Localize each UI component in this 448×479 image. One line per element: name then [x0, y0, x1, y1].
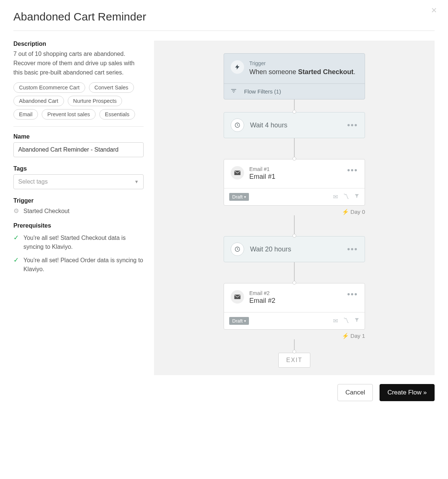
email-step-title: Email #1 — [249, 173, 275, 181]
description-text: 7 out of 10 shopping carts are abandoned… — [13, 50, 144, 77]
name-label: Name — [13, 133, 144, 140]
flow-filters-label: Flow Filters (1) — [244, 88, 281, 95]
more-icon[interactable]: ••• — [347, 120, 358, 130]
wait-card[interactable]: Wait 20 hours ••• — [224, 236, 365, 262]
connector — [294, 99, 295, 112]
tag-chip[interactable]: Nurture Prospects — [68, 96, 122, 106]
day-marker: ⚡Day 0 — [224, 209, 365, 215]
chevron-down-icon: ▾ — [244, 195, 246, 199]
connector — [294, 339, 295, 352]
funnel-icon[interactable] — [354, 193, 359, 200]
divider — [13, 126, 144, 127]
status-badge[interactable]: Draft ▾ — [229, 193, 249, 201]
connector — [294, 262, 295, 283]
status-badge[interactable]: Draft ▾ — [229, 317, 249, 325]
flow-canvas: Trigger When someone Started Checkout. F… — [154, 41, 435, 375]
wait-label: Wait 4 hours — [250, 121, 287, 129]
trigger-header: Trigger — [249, 60, 355, 66]
analytics-icon[interactable]: 〽︎ — [343, 317, 349, 324]
check-icon: ✓ — [13, 256, 19, 274]
connector — [294, 215, 295, 236]
email-step-title: Email #2 — [249, 297, 275, 305]
divider — [13, 31, 435, 31]
prerequisites-label: Prerequisites — [13, 222, 144, 229]
flow-name-input[interactable] — [13, 142, 144, 157]
trigger-card[interactable]: Trigger When someone Started Checkout. F… — [224, 53, 365, 99]
bolt-icon — [231, 60, 244, 74]
reply-icon[interactable]: ✉︎ — [333, 193, 338, 200]
tag-chip[interactable]: Abandoned Cart — [13, 96, 64, 106]
page-title: Abandoned Cart Reminder — [13, 10, 435, 23]
tag-chip[interactable]: Convert Sales — [89, 82, 134, 93]
gear-icon: ⚙ — [13, 207, 19, 215]
clock-icon — [231, 242, 244, 256]
connector — [294, 138, 295, 159]
exit-node: EXIT — [278, 353, 310, 368]
email-icon — [231, 166, 244, 180]
analytics-icon[interactable]: 〽︎ — [343, 193, 349, 200]
chevron-down-icon: ▼ — [134, 179, 139, 184]
tag-chip[interactable]: Email — [13, 109, 38, 120]
check-icon: ✓ — [13, 234, 19, 251]
svg-rect-4 — [234, 171, 241, 175]
description-label: Description — [13, 41, 144, 47]
tag-chip[interactable]: Custom Ecommerce Cart — [13, 82, 85, 93]
tag-chip[interactable]: Prevent lost sales — [42, 109, 95, 120]
tag-chip-row: Custom Ecommerce Cart Convert Sales Aban… — [13, 82, 144, 120]
svg-rect-6 — [234, 295, 241, 299]
tag-chip[interactable]: Essentials — [99, 109, 135, 120]
more-icon[interactable]: ••• — [347, 289, 358, 299]
funnel-icon[interactable] — [354, 317, 359, 324]
close-icon[interactable]: × — [431, 5, 437, 15]
more-icon[interactable]: ••• — [347, 244, 358, 254]
flow-filters-row[interactable]: Flow Filters (1) — [224, 83, 365, 99]
create-flow-button[interactable]: Create Flow » — [380, 384, 435, 401]
tags-label: Tags — [13, 165, 144, 172]
chevron-down-icon: ▾ — [244, 319, 246, 323]
reply-icon[interactable]: ✉︎ — [333, 317, 338, 324]
tags-select[interactable]: Select tags ▼ — [13, 174, 144, 189]
wait-card[interactable]: Wait 4 hours ••• — [224, 112, 365, 138]
email-card[interactable]: Email #1 Email #1 ••• Draft ▾ ✉︎ 〽︎ — [224, 159, 365, 206]
day-marker: ⚡Day 1 — [224, 333, 365, 339]
cancel-button[interactable]: Cancel — [337, 384, 373, 401]
email-step-label: Email #1 — [249, 166, 275, 172]
email-icon — [231, 290, 244, 304]
trigger-label: Trigger — [13, 197, 144, 204]
email-step-label: Email #2 — [249, 290, 275, 296]
prerequisite-text: You're all set! Placed Order data is syn… — [23, 256, 144, 274]
trigger-name: Started Checkout — [23, 208, 70, 215]
tags-placeholder: Select tags — [18, 178, 48, 185]
filter-icon — [231, 88, 237, 95]
clock-icon — [231, 118, 244, 132]
more-icon[interactable]: ••• — [347, 165, 358, 175]
prerequisite-text: You're all set! Started Checkout data is… — [23, 234, 144, 251]
email-card[interactable]: Email #2 Email #2 ••• Draft ▾ ✉︎ 〽︎ — [224, 283, 365, 330]
trigger-description: When someone Started Checkout. — [249, 67, 355, 77]
wait-label: Wait 20 hours — [250, 245, 291, 253]
